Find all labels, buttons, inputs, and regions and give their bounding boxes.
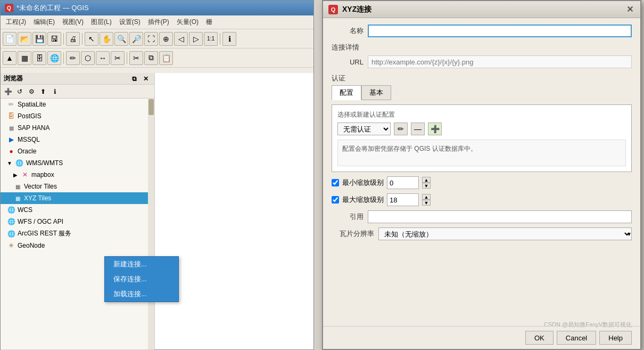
min-zoom-up[interactable]: ▲ <box>422 177 431 183</box>
toolbar2-digitize-btn[interactable]: ✏ <box>66 51 80 65</box>
context-item-load-connection[interactable]: 加载连接... <box>105 287 178 302</box>
browser-item-saphana[interactable]: ▦ SAP HANA <box>1 122 154 134</box>
min-zoom-spinbox[interactable] <box>387 176 419 189</box>
dialog-titlebar: Q XYZ连接 ✕ <box>323 1 640 18</box>
menu-edit[interactable]: 编辑(E) <box>30 17 58 28</box>
dialog-title-left: Q XYZ连接 <box>328 5 371 14</box>
toolbar2-adddb-btn[interactable]: 🗄 <box>32 51 46 65</box>
browser-item-postgis[interactable]: 🗄 PostGIS <box>1 110 154 122</box>
browser-info-btn[interactable]: ℹ <box>49 86 60 97</box>
max-zoom-checkbox[interactable] <box>332 196 339 204</box>
auth-add-btn[interactable]: ➕ <box>428 123 442 135</box>
min-zoom-row: 最小缩放级别 ▲ ▼ <box>332 176 632 189</box>
min-zoom-checkbox[interactable] <box>332 179 339 186</box>
ok-button[interactable]: OK <box>525 331 554 345</box>
toolbar-zoomlayer-btn[interactable]: ⊕ <box>159 32 173 46</box>
referer-input[interactable] <box>368 210 632 223</box>
browser-item-vectortiles[interactable]: ▦ Vector Tiles <box>1 181 154 192</box>
auth-tab-basic[interactable]: 基本 <box>361 85 391 100</box>
browser-scrollbar[interactable] <box>148 99 154 349</box>
browser-item-oracle[interactable]: ● Oracle <box>1 145 154 157</box>
dialog-close-btn[interactable]: ✕ <box>624 4 635 15</box>
menu-project[interactable]: 工程(J) <box>3 17 29 28</box>
menu-view[interactable]: 视图(V) <box>59 17 87 28</box>
menu-layer[interactable]: 图层(L) <box>88 17 115 28</box>
browser-float-btn[interactable]: ⧉ <box>129 74 139 84</box>
toolbar2-delete-btn[interactable]: ✂ <box>111 51 125 65</box>
browser-item-spatialite[interactable]: ✏ SpatiaLite <box>1 99 154 110</box>
name-label: 名称 <box>332 26 364 36</box>
menu-plugins[interactable]: 插件(P) <box>145 17 172 28</box>
browser-item-wcs[interactable]: 🌐 WCS <box>1 204 154 216</box>
browser-item-mssql-label: MSSQL <box>18 136 40 143</box>
toolbar2-cut-btn[interactable]: ✂ <box>129 51 143 65</box>
auth-remove-btn[interactable]: — <box>411 123 425 135</box>
browser-item-mssql[interactable]: ▶ MSSQL <box>1 134 154 145</box>
toolbar2-addraster-btn[interactable]: ▦ <box>18 51 31 65</box>
toolbar2-node-btn[interactable]: ⬡ <box>81 51 95 65</box>
browser-item-xyztiles-label: XYZ Tiles <box>24 194 51 202</box>
browser-panel: 浏览器 ⧉ ✕ ➕ ↺ ⚙ ⬆ ℹ ✏ SpatiaLite 🗄 PostGIS <box>1 73 155 349</box>
browser-item-geonode[interactable]: ✳ GeoNode <box>1 240 154 251</box>
toolbar-cursor-btn[interactable]: ↖ <box>85 32 98 46</box>
browser-item-mapbox[interactable]: ▶ ✕ mapbox <box>1 169 154 181</box>
toolbar-save-btn[interactable]: 💾 <box>32 32 46 46</box>
toolbar-info-btn[interactable]: ℹ <box>222 32 236 46</box>
max-zoom-spinbox[interactable] <box>387 193 419 206</box>
auth-info: 配置会将加密凭据存储于 QGIS 认证数据库中。 <box>337 140 626 166</box>
toolbar-pan-btn[interactable]: ✋ <box>100 32 113 46</box>
toolbar-zoomnext-btn[interactable]: ▷ <box>189 32 203 46</box>
browser-item-arcgis[interactable]: 🌐 ArcGIS REST 服务 <box>1 227 154 240</box>
oracle-icon: ● <box>7 147 15 156</box>
menu-raster[interactable]: 栅 <box>203 17 216 28</box>
browser-item-spatialite-label: SpatiaLite <box>18 101 46 108</box>
toolbar-zoomlast-btn[interactable]: ◁ <box>174 32 188 46</box>
dialog-footer: OK Cancel Help <box>323 326 640 349</box>
toolbar-11-btn[interactable]: 1:1 <box>204 32 218 46</box>
toolbar-new-btn[interactable]: 📄 <box>3 32 16 46</box>
browser-filter-btn[interactable]: ⚙ <box>26 86 37 97</box>
cancel-button[interactable]: Cancel <box>557 331 596 345</box>
auth-select[interactable]: 无需认证 <box>337 123 391 135</box>
auth-tab-config[interactable]: 配置 <box>332 85 361 100</box>
toolbar-sep2 <box>82 33 82 45</box>
menu-settings[interactable]: 设置(S) <box>116 17 144 28</box>
help-button[interactable]: Help <box>599 331 632 345</box>
auth-section-label: 选择或新建认证配置 <box>337 110 626 119</box>
xyztiles-icon: ▦ <box>13 194 22 202</box>
min-zoom-down[interactable]: ▼ <box>422 183 431 189</box>
toolbar2-paste-btn[interactable]: 📋 <box>159 51 173 65</box>
browser-refresh-btn[interactable]: ↺ <box>14 86 25 97</box>
browser-content: ✏ SpatiaLite 🗄 PostGIS ▦ SAP HANA ▶ MSSQ… <box>1 99 154 349</box>
browser-item-xyztiles[interactable]: ▦ XYZ Tiles <box>1 192 154 204</box>
map-area <box>155 73 313 349</box>
browser-add-btn[interactable]: ➕ <box>3 86 13 97</box>
max-zoom-up[interactable]: ▲ <box>422 194 431 200</box>
toolbar2-addwms-btn[interactable]: 🌐 <box>47 51 61 65</box>
browser-close-btn[interactable]: ✕ <box>141 74 151 84</box>
toolbar-zoomout-btn[interactable]: 🔎 <box>129 32 143 46</box>
toolbar2-addvector-btn[interactable]: ▲ <box>3 51 16 65</box>
toolbar2-move-btn[interactable]: ↔ <box>96 51 110 65</box>
toolbar-print-btn[interactable]: 🖨 <box>66 32 80 46</box>
max-zoom-down[interactable]: ▼ <box>422 200 431 206</box>
toolbar-open-btn[interactable]: 📂 <box>18 32 31 46</box>
url-input[interactable] <box>368 55 632 68</box>
context-item-new-connection[interactable]: 新建连接... <box>105 257 178 272</box>
vectortiles-icon: ▦ <box>13 182 22 191</box>
browser-item-mapbox-label: mapbox <box>31 171 54 178</box>
url-row: URL <box>332 55 632 68</box>
context-item-save-connection[interactable]: 保存连接... <box>105 272 178 287</box>
browser-item-wmswmts[interactable]: ▼ 🌐 WMS/WMTS <box>1 157 154 169</box>
toolbar-saveas-btn[interactable]: 🖫 <box>47 32 61 46</box>
auth-edit-btn[interactable]: ✏ <box>394 123 408 135</box>
toolbar2-copy-btn[interactable]: ⧉ <box>144 51 158 65</box>
menu-vector[interactable]: 矢量(O) <box>174 17 202 28</box>
toolbar-zoomextent-btn[interactable]: ⛶ <box>144 32 158 46</box>
browser-item-arcgis-label: ArcGIS REST 服务 <box>18 229 71 238</box>
browser-collapse-btn[interactable]: ⬆ <box>38 86 48 97</box>
name-input[interactable] <box>368 25 632 37</box>
browser-item-wfs[interactable]: 🌐 WFS / OGC API <box>1 216 154 227</box>
toolbar-zoomin-btn[interactable]: 🔍 <box>114 32 128 46</box>
tile-res-select[interactable]: 未知（无缩放） 标准（256×256） 高分辨率（512×512） <box>378 227 632 240</box>
